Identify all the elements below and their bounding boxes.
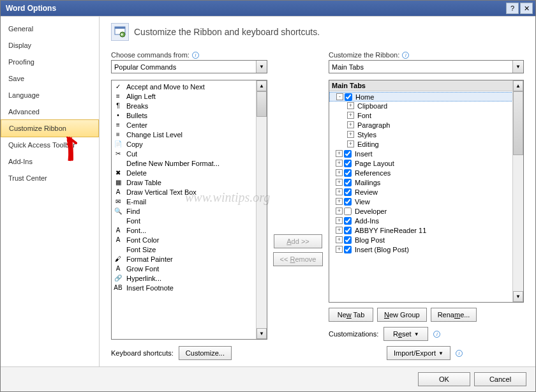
expand-icon[interactable]: +: [336, 217, 343, 224]
command-item[interactable]: 🖌Format Painter: [112, 254, 267, 264]
command-item[interactable]: AGrow Font: [112, 264, 267, 273]
command-item[interactable]: •Bullets▸: [112, 110, 267, 120]
command-item[interactable]: Define New Number Format...: [112, 158, 267, 168]
info-icon[interactable]: i: [192, 52, 199, 59]
expand-icon[interactable]: +: [347, 140, 354, 147]
expand-icon[interactable]: +: [336, 207, 343, 215]
sidebar-item-quick-access-toolbar[interactable]: Quick Access Toolbar: [1, 137, 99, 153]
sidebar-item-advanced[interactable]: Advanced: [1, 103, 99, 120]
expand-icon[interactable]: +: [347, 102, 354, 109]
close-button[interactable]: ✕: [520, 3, 533, 14]
reset-button[interactable]: Reset▼: [383, 327, 428, 341]
scroll-down-icon[interactable]: ▼: [257, 328, 267, 339]
import-export-button[interactable]: Import/Export▼: [387, 346, 450, 360]
command-item[interactable]: ✓Accept and Move to Next: [112, 82, 267, 91]
expand-icon[interactable]: +: [336, 160, 343, 167]
new-group-button[interactable]: New Group: [377, 308, 427, 322]
help-button[interactable]: ?: [506, 3, 519, 14]
expand-icon[interactable]: -: [336, 93, 343, 100]
sidebar-item-language[interactable]: Language: [1, 87, 99, 103]
remove-button[interactable]: << Remove: [273, 252, 324, 266]
scrollbar[interactable]: ▲ ▼: [256, 80, 267, 339]
command-item[interactable]: ≡Center: [112, 120, 267, 130]
tree-item[interactable]: +Mailings: [329, 177, 523, 187]
command-item[interactable]: Font SizeI▾: [112, 245, 267, 254]
tree-checkbox[interactable]: [344, 160, 352, 167]
tree-checkbox[interactable]: [345, 93, 352, 101]
ok-button[interactable]: OK: [418, 372, 470, 386]
ribbon-tree[interactable]: Main Tabs -Home+Clipboard+Font+Paragraph…: [329, 80, 524, 303]
command-item[interactable]: ✉E-mail: [112, 197, 267, 206]
tree-item[interactable]: +Review: [329, 187, 523, 197]
tree-checkbox[interactable]: [344, 188, 352, 196]
command-item[interactable]: ✖Delete: [112, 168, 267, 177]
command-item[interactable]: FontI▾: [112, 216, 267, 225]
tree-item[interactable]: -Home: [329, 92, 523, 102]
sidebar-item-display[interactable]: Display: [1, 37, 99, 54]
tree-item[interactable]: +Paragraph: [329, 120, 523, 130]
expand-icon[interactable]: +: [336, 236, 343, 243]
tree-item[interactable]: +Editing: [329, 139, 523, 149]
rename-button[interactable]: Rename...: [431, 308, 477, 322]
sidebar-item-general[interactable]: General: [1, 20, 99, 37]
tree-checkbox[interactable]: [344, 227, 352, 234]
tree-item[interactable]: +View: [329, 197, 523, 206]
expand-icon[interactable]: +: [347, 112, 354, 119]
tree-item[interactable]: +Clipboard: [329, 101, 523, 110]
tree-checkbox[interactable]: [344, 198, 352, 206]
tree-checkbox[interactable]: [344, 169, 352, 177]
sidebar-item-trust-center[interactable]: Trust Center: [1, 170, 99, 186]
add-button[interactable]: Add >>: [274, 234, 322, 248]
tree-item[interactable]: +Add-Ins: [329, 216, 523, 225]
expand-icon[interactable]: +: [336, 246, 343, 253]
command-item[interactable]: AFont...: [112, 225, 267, 235]
choose-commands-dropdown[interactable]: Popular Commands ▼: [111, 60, 267, 73]
command-item[interactable]: ADraw Vertical Text Box: [112, 187, 267, 197]
tree-item[interactable]: +Styles: [329, 130, 523, 139]
command-item[interactable]: ¶Breaks▸: [112, 101, 267, 110]
command-item[interactable]: 🔍Find: [112, 206, 267, 216]
info-icon[interactable]: i: [402, 52, 409, 59]
tree-checkbox[interactable]: [344, 246, 352, 253]
tree-item[interactable]: +Blog Post: [329, 235, 523, 245]
info-icon[interactable]: i: [456, 350, 463, 357]
sidebar-item-save[interactable]: Save: [1, 70, 99, 87]
command-item[interactable]: AFont Color▸: [112, 235, 267, 245]
command-item[interactable]: 📄Copy: [112, 139, 267, 149]
tree-item[interactable]: +References: [329, 168, 523, 177]
expand-icon[interactable]: +: [336, 179, 343, 186]
info-icon[interactable]: i: [433, 331, 440, 338]
commands-listbox[interactable]: ✓Accept and Move to Next≡Align Left¶Brea…: [111, 80, 267, 340]
tree-item[interactable]: +ABBYY FineReader 11: [329, 225, 523, 235]
command-item[interactable]: 🔗Hyperlink...: [112, 273, 267, 283]
tree-checkbox[interactable]: [344, 150, 352, 158]
tree-item[interactable]: +Insert: [329, 149, 523, 158]
scroll-up-icon[interactable]: ▲: [257, 80, 267, 91]
expand-icon[interactable]: +: [336, 169, 343, 176]
scrollbar[interactable]: ▲ ▼: [512, 80, 523, 302]
customize-ribbon-dropdown[interactable]: Main Tabs ▼: [329, 60, 524, 73]
tree-checkbox[interactable]: [344, 236, 352, 244]
scroll-up-icon[interactable]: ▲: [513, 80, 523, 91]
expand-icon[interactable]: +: [336, 198, 343, 205]
command-item[interactable]: ▦Draw Table: [112, 177, 267, 187]
command-item[interactable]: ≡Change List Level▸: [112, 130, 267, 139]
scroll-down-icon[interactable]: ▼: [513, 291, 523, 302]
tree-checkbox[interactable]: [344, 207, 352, 215]
new-tab-button[interactable]: New Tab: [329, 308, 373, 322]
sidebar-item-add-ins[interactable]: Add-Ins: [1, 153, 99, 170]
cancel-button[interactable]: Cancel: [474, 372, 526, 386]
expand-icon[interactable]: +: [336, 150, 343, 157]
tree-item[interactable]: +Developer: [329, 206, 523, 216]
command-item[interactable]: ✂Cut: [112, 149, 267, 158]
sidebar-item-customize-ribbon[interactable]: Customize Ribbon: [1, 119, 99, 137]
tree-checkbox[interactable]: [344, 179, 352, 186]
tree-checkbox[interactable]: [344, 217, 352, 225]
sidebar-item-proofing[interactable]: Proofing: [1, 54, 99, 70]
customize-button[interactable]: Customize...: [179, 346, 232, 360]
expand-icon[interactable]: +: [347, 121, 354, 128]
tree-item[interactable]: +Insert (Blog Post): [329, 245, 523, 254]
tree-item[interactable]: +Font: [329, 110, 523, 120]
expand-icon[interactable]: +: [347, 131, 354, 138]
expand-icon[interactable]: +: [336, 227, 343, 234]
